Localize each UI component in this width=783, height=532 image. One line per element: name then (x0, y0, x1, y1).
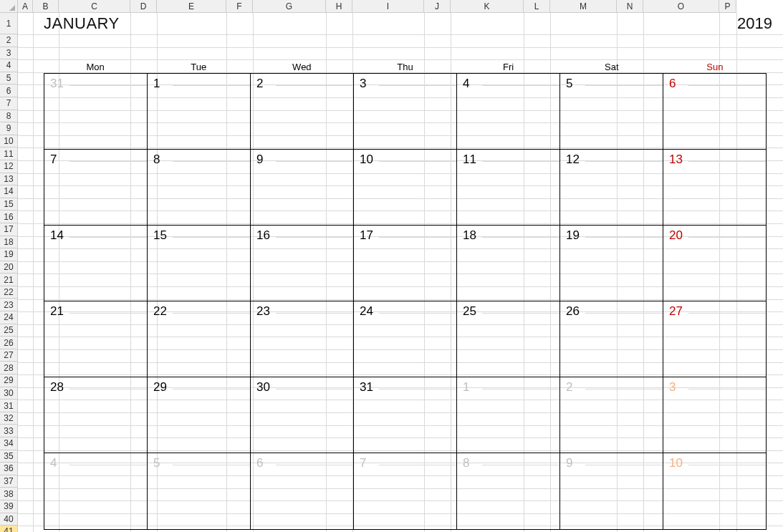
row-header[interactable]: 36 (0, 463, 18, 475)
column-header[interactable]: K (451, 0, 524, 13)
column-header[interactable]: N (617, 0, 643, 13)
column-header[interactable]: C (59, 0, 130, 13)
column-header[interactable]: F (226, 0, 253, 13)
row-header[interactable]: 13 (0, 173, 18, 186)
calendar-day-cell[interactable]: 22 (148, 301, 251, 377)
calendar-day-cell[interactable]: 25 (457, 301, 560, 377)
row-header[interactable]: 12 (0, 160, 18, 173)
calendar-day-cell[interactable]: 21 (44, 301, 148, 377)
calendar-day-cell[interactable]: 20 (663, 226, 766, 301)
row-header[interactable]: 25 (0, 324, 18, 337)
row-header[interactable]: 37 (0, 475, 18, 488)
calendar-day-cell[interactable]: 14 (44, 226, 148, 301)
row-header[interactable]: 39 (0, 500, 18, 513)
column-header[interactable]: M (550, 0, 617, 13)
calendar-day-cell[interactable]: 4 (44, 453, 148, 529)
calendar-day-cell[interactable]: 5 (560, 74, 663, 150)
calendar-day-cell[interactable]: 26 (560, 301, 663, 377)
row-header[interactable]: 20 (0, 261, 18, 274)
row-header[interactable]: 5 (0, 72, 18, 85)
row-header[interactable]: 23 (0, 299, 18, 311)
row-header[interactable]: 8 (0, 110, 18, 123)
calendar-day-cell[interactable]: 7 (44, 150, 148, 226)
row-header[interactable]: 35 (0, 450, 18, 463)
row-header[interactable]: 16 (0, 211, 18, 223)
calendar-day-cell[interactable]: 12 (560, 150, 663, 226)
column-header[interactable]: O (643, 0, 719, 13)
calendar-day-cell[interactable]: 2 (560, 377, 663, 453)
calendar-day-cell[interactable]: 29 (148, 377, 251, 453)
row-header[interactable]: 22 (0, 286, 18, 299)
calendar-day-cell[interactable]: 9 (251, 150, 354, 226)
row-header[interactable]: 3 (0, 47, 18, 60)
row-header[interactable]: 6 (0, 84, 18, 97)
calendar-day-cell[interactable]: 8 (148, 150, 251, 226)
calendar-day-cell[interactable]: 3 (663, 377, 766, 453)
row-header[interactable]: 9 (0, 122, 18, 135)
calendar-day-cell[interactable]: 5 (148, 453, 251, 529)
calendar-day-cell[interactable]: 30 (251, 377, 354, 453)
row-header[interactable]: 17 (0, 223, 18, 236)
row-header[interactable]: 40 (0, 513, 18, 526)
calendar-day-cell[interactable]: 4 (457, 74, 560, 150)
row-header[interactable]: 32 (0, 412, 18, 425)
calendar-day-cell[interactable]: 3 (354, 74, 457, 150)
calendar-day-cell[interactable]: 8 (457, 453, 560, 529)
column-header[interactable]: A (18, 0, 33, 13)
column-header[interactable]: I (352, 0, 424, 13)
row-header[interactable]: 21 (0, 274, 18, 286)
calendar-day-cell[interactable]: 17 (354, 226, 457, 301)
calendar-day-cell[interactable]: 11 (457, 150, 560, 226)
calendar-day-cell[interactable]: 6 (251, 453, 354, 529)
calendar-day-cell[interactable]: 18 (457, 226, 560, 301)
row-header[interactable]: 33 (0, 425, 18, 437)
row-header[interactable]: 2 (0, 34, 18, 47)
calendar-day-cell[interactable]: 10 (354, 150, 457, 226)
row-header[interactable]: 18 (0, 236, 18, 249)
column-header[interactable]: B (33, 0, 59, 13)
sheet-area[interactable]: JANUARY 2019 MonTueWedThuFriSatSun 31123… (18, 13, 783, 532)
row-header[interactable]: 24 (0, 311, 18, 324)
calendar-day-cell[interactable]: 2 (251, 74, 354, 150)
calendar-day-cell[interactable]: 16 (251, 226, 354, 301)
row-header[interactable]: 41 (0, 526, 18, 532)
calendar-day-cell[interactable]: 23 (251, 301, 354, 377)
calendar-day-cell[interactable]: 1 (148, 74, 251, 150)
calendar-day-cell[interactable]: 9 (560, 453, 663, 529)
row-header[interactable]: 1 (0, 13, 18, 34)
calendar-day-cell[interactable]: 24 (354, 301, 457, 377)
calendar-day-cell[interactable]: 7 (354, 453, 457, 529)
row-header[interactable]: 31 (0, 400, 18, 412)
column-header[interactable]: P (719, 0, 736, 13)
select-all-corner[interactable] (0, 0, 18, 13)
row-header[interactable]: 34 (0, 437, 18, 450)
row-header[interactable]: 29 (0, 374, 18, 387)
calendar-day-cell[interactable]: 27 (663, 301, 766, 377)
calendar-day-cell[interactable]: 1 (457, 377, 560, 453)
calendar-day-cell[interactable]: 31 (44, 74, 148, 150)
column-header[interactable]: J (424, 0, 451, 13)
calendar-day-cell[interactable]: 10 (663, 453, 766, 529)
column-header[interactable]: D (130, 0, 157, 13)
row-header[interactable]: 28 (0, 362, 18, 374)
row-header[interactable]: 27 (0, 349, 18, 362)
row-header[interactable]: 10 (0, 135, 18, 148)
calendar-day-cell[interactable]: 31 (354, 377, 457, 453)
calendar-day-cell[interactable]: 28 (44, 377, 148, 453)
row-header[interactable]: 7 (0, 97, 18, 110)
calendar-day-cell[interactable]: 15 (148, 226, 251, 301)
column-header[interactable]: G (253, 0, 326, 13)
row-header[interactable]: 4 (0, 59, 18, 72)
column-header[interactable]: H (326, 0, 352, 13)
row-header[interactable]: 15 (0, 198, 18, 211)
column-header[interactable]: E (157, 0, 226, 13)
calendar-day-cell[interactable]: 13 (663, 150, 766, 226)
row-header[interactable]: 30 (0, 387, 18, 400)
calendar-day-cell[interactable]: 19 (560, 226, 663, 301)
calendar-day-cell[interactable]: 6 (663, 74, 766, 150)
column-header[interactable]: L (524, 0, 550, 13)
row-header[interactable]: 38 (0, 488, 18, 500)
row-header[interactable]: 19 (0, 248, 18, 261)
row-header[interactable]: 11 (0, 147, 18, 160)
row-header[interactable]: 26 (0, 337, 18, 349)
